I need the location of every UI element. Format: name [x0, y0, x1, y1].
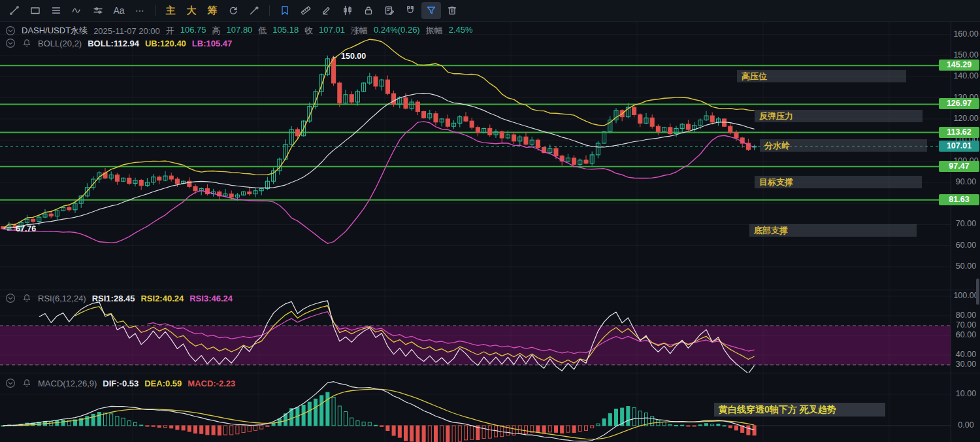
trend-line-icon[interactable] — [5, 2, 24, 19]
drawing-toolbar: Aa⋯主大筹 — [0, 0, 980, 22]
boll-value: LB:105.47 — [192, 39, 232, 48]
rsi-axis-label: 30.00 — [951, 360, 980, 369]
main-mode-button[interactable]: 主 — [161, 2, 180, 19]
macd-axis-label: 0.00 — [951, 420, 980, 430]
list-icon[interactable] — [46, 2, 66, 19]
chart-area: DASH/USDT永续 2025-11-07 20:00 开106.75高107… — [0, 22, 980, 442]
big-mode-button[interactable]: 大 — [182, 2, 201, 19]
rsi-header: RSI(6,12,24) RSI1:28.45RSI2:40.24RSI3:46… — [5, 293, 233, 303]
bookmark-icon[interactable] — [275, 2, 295, 19]
candle-pattern-icon[interactable] — [338, 2, 357, 19]
ohlc-field-label: 涨幅 — [351, 25, 368, 37]
boll-values: BOLL:112.94UB:120.40LB:105.47 — [88, 39, 232, 48]
datetime-label: 2025-11-07 20:00 — [93, 26, 160, 36]
price-axis-label: 70.00 — [951, 219, 980, 228]
sliders-icon[interactable] — [88, 2, 108, 19]
macd-note-label[interactable]: 黄白线穿透0轴下方 死叉趋势 — [714, 403, 885, 416]
rsi-axis-label: 40.00 — [951, 350, 980, 359]
alert-bell-icon[interactable] — [22, 293, 32, 303]
macd-header: MACD(12,26,9) DIF:-0.53DEA:0.59MACD:-2.2… — [5, 378, 235, 388]
ohlc-field-value: 107.80 — [227, 25, 253, 37]
trash-icon[interactable] — [442, 2, 462, 19]
toolbar-divider — [155, 5, 155, 16]
macd-value: DEA:0.59 — [144, 379, 182, 388]
rsi-axis-label: 80.00 — [951, 311, 980, 320]
chips-mode-button[interactable]: 筹 — [203, 2, 222, 19]
ohlc-field-label: 振幅 — [426, 25, 443, 37]
level-label-2[interactable]: 反弹压力 — [755, 110, 923, 122]
macd-value: DIF:-0.53 — [103, 379, 139, 388]
macd-axis-label: 10.00 — [951, 389, 980, 398]
level-label-5[interactable]: 底部支撑 — [749, 224, 917, 237]
price-axis-label: 150.00 — [951, 50, 980, 60]
ohlc-field-value: 105.18 — [272, 25, 299, 37]
ohlc-field-value: 0.24%(0.26) — [374, 25, 420, 37]
boll-name: BOLL(20,2) — [38, 39, 82, 48]
trading-app-window: Aa⋯主大筹 DASH/USDT永续 2025-11-07 20:00 开106… — [0, 0, 980, 442]
alert-bell-icon[interactable] — [22, 378, 32, 388]
ohlc-field-label: 高 — [212, 25, 221, 37]
axis-scrollbar-thumb[interactable] — [976, 279, 979, 305]
ohlc-field-label: 低 — [258, 25, 267, 37]
rsi-name: RSI(6,12,24) — [38, 294, 86, 303]
rsi-value: RSI2:40.24 — [140, 294, 184, 303]
boll-value: UB:120.40 — [145, 39, 186, 48]
ohlc-field-value: 106.75 — [180, 25, 206, 37]
symbol-label: DASH/USDT永续 — [22, 25, 88, 37]
rsi-value: RSI1:28.45 — [92, 294, 135, 303]
current-price-badge: 107.01 — [939, 141, 979, 152]
lock-icon[interactable] — [359, 2, 378, 19]
pane-divider[interactable] — [0, 373, 980, 373]
wave-icon[interactable] — [67, 2, 87, 19]
rsi-values: RSI1:28.45RSI2:40.24RSI3:46.24 — [92, 294, 233, 303]
boll-header: BOLL(20,2) BOLL:112.94UB:120.40LB:105.47 — [5, 38, 232, 48]
level-label-4[interactable]: 目标支撑 — [755, 176, 922, 188]
rsi-axis-label: 60.00 — [951, 330, 980, 339]
collapse-chevron-icon[interactable] — [5, 38, 16, 48]
clipboard-edit-icon[interactable] — [380, 2, 399, 19]
level-price-badge: 113.62 — [939, 127, 979, 138]
rsi-axis-label: 70.00 — [951, 320, 980, 330]
rsi-value: RSI3:46.24 — [189, 294, 233, 303]
price-axis-label: 90.00 — [951, 177, 980, 186]
text-icon[interactable]: Aa — [109, 2, 129, 19]
level-price-badge: 97.47 — [939, 161, 979, 172]
ohlc-field-label: 开 — [166, 25, 174, 37]
alert-bell-icon[interactable] — [22, 38, 32, 48]
price-axis[interactable]: 160.00150.00140.00130.00120.00110.00100.… — [951, 22, 980, 442]
toolbar-divider — [269, 5, 270, 16]
main-chart-canvas[interactable] — [0, 22, 951, 290]
price-axis-label: 50.00 — [951, 262, 980, 271]
signature-icon[interactable] — [317, 2, 336, 19]
level-price-badge: 81.63 — [939, 194, 979, 205]
price-header: DASH/USDT永续 2025-11-07 20:00 开106.75高107… — [5, 25, 473, 37]
ohlc-field-value: 2.45% — [449, 25, 473, 37]
collapse-chevron-icon[interactable] — [5, 293, 16, 303]
macd-values: DIF:-0.53DEA:0.59MACD:-2.23 — [103, 379, 235, 388]
wand-icon[interactable] — [244, 2, 264, 19]
level-price-badge: 145.29 — [939, 60, 979, 71]
low-price-tag: ← 67.76 — [5, 224, 36, 233]
collapse-chevron-icon[interactable] — [5, 378, 16, 388]
ohlc-field-label: 收 — [304, 25, 313, 37]
collapse-chevron-icon[interactable] — [5, 26, 16, 36]
price-axis-label: 60.00 — [951, 241, 980, 250]
macd-name: MACD(12,26,9) — [38, 379, 97, 388]
more-icon[interactable]: ⋯ — [130, 2, 150, 19]
macd-value: MACD:-2.23 — [188, 379, 235, 388]
price-axis-label: 140.00 — [951, 71, 980, 80]
ruler-icon[interactable] — [296, 2, 316, 19]
ohlc-field-value: 107.01 — [319, 25, 345, 37]
magnet-icon[interactable] — [400, 2, 420, 19]
level-label-3[interactable]: 分水岭 — [760, 139, 927, 152]
price-axis-label: 160.00 — [951, 29, 980, 39]
pane-divider[interactable] — [0, 290, 980, 290]
boll-value: BOLL:112.94 — [88, 39, 139, 48]
level-label-1[interactable]: 高压位 — [737, 70, 906, 82]
high-price-tag: ← 150.00 — [331, 52, 366, 61]
refresh-edit-icon[interactable] — [223, 2, 243, 19]
ohlc-values: 开106.75高107.80低105.18收107.01涨幅0.24%(0.26… — [166, 25, 473, 37]
level-price-badge: 126.97 — [939, 98, 979, 109]
filter-icon[interactable] — [421, 2, 441, 19]
rectangle-icon[interactable] — [25, 2, 45, 19]
